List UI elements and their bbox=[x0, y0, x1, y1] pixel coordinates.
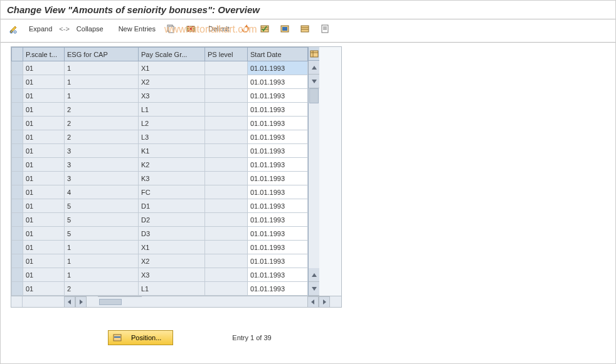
row-selector[interactable] bbox=[12, 144, 23, 158]
col-esg[interactable]: ESG for CAP bbox=[65, 48, 139, 61]
collapse-button[interactable]: Collapse bbox=[73, 22, 107, 36]
select-all-button[interactable] bbox=[257, 22, 273, 36]
cell-esg[interactable]: 2 bbox=[65, 117, 139, 130]
row-selector[interactable] bbox=[12, 254, 23, 268]
cell-start[interactable]: 01.01.1993 bbox=[248, 103, 308, 117]
row-selector[interactable] bbox=[12, 130, 23, 144]
row-selector[interactable] bbox=[12, 185, 23, 199]
cell-esg[interactable]: 5 bbox=[65, 199, 139, 213]
scroll-left-button-2[interactable] bbox=[307, 296, 319, 308]
row-selector[interactable] bbox=[12, 227, 23, 241]
cell-start[interactable]: 01.01.1993 bbox=[248, 268, 308, 282]
cell-start[interactable]: 01.01.1993 bbox=[248, 227, 308, 241]
cell-start[interactable]: 01.01.1993 bbox=[248, 185, 308, 199]
cell-psl[interactable] bbox=[205, 172, 248, 185]
cell-start[interactable]: 01.01.1993 bbox=[248, 75, 308, 89]
cell-psl[interactable] bbox=[205, 75, 248, 89]
cell-psg[interactable]: K1 bbox=[139, 144, 205, 158]
expand-button[interactable]: Expand bbox=[26, 22, 55, 36]
cell-esg[interactable]: 3 bbox=[65, 172, 139, 185]
cell-psl[interactable] bbox=[205, 227, 248, 241]
col-psl[interactable]: PS level bbox=[205, 48, 248, 61]
cell-psl[interactable] bbox=[205, 213, 248, 227]
row-selector[interactable] bbox=[12, 241, 23, 254]
row-selector[interactable] bbox=[12, 103, 23, 117]
col-pscale[interactable]: P.scale t... bbox=[23, 48, 65, 61]
cell-psl[interactable] bbox=[205, 254, 248, 268]
cell-esg[interactable]: 1 bbox=[65, 61, 139, 75]
cell-psl[interactable] bbox=[205, 268, 248, 282]
scroll-left-button-1[interactable] bbox=[64, 296, 75, 308]
cell-pscale[interactable]: 01 bbox=[23, 89, 65, 103]
cell-pscale[interactable]: 01 bbox=[23, 254, 65, 268]
cell-start[interactable]: 01.01.1993 bbox=[248, 144, 308, 158]
cell-psl[interactable] bbox=[205, 241, 248, 254]
cell-pscale[interactable]: 01 bbox=[23, 61, 65, 75]
scroll-up-button[interactable] bbox=[309, 61, 319, 75]
cell-psg[interactable]: L3 bbox=[139, 130, 205, 144]
cell-start[interactable]: 01.01.1993 bbox=[248, 130, 308, 144]
cell-esg[interactable]: 3 bbox=[65, 144, 139, 158]
cell-start[interactable]: 01.01.1993 bbox=[248, 241, 308, 254]
cell-pscale[interactable]: 01 bbox=[23, 268, 65, 282]
cell-pscale[interactable]: 01 bbox=[23, 213, 65, 227]
row-selector[interactable] bbox=[12, 117, 23, 130]
cell-start[interactable]: 01.01.1993 bbox=[248, 89, 308, 103]
cell-psg[interactable]: L2 bbox=[139, 117, 205, 130]
delimit-button[interactable]: Delimit bbox=[205, 22, 233, 36]
scroll-thumb-horizontal[interactable] bbox=[99, 299, 122, 305]
deselect-all-button[interactable] bbox=[297, 22, 313, 36]
cell-psl[interactable] bbox=[205, 117, 248, 130]
cell-start[interactable]: 01.01.1993 bbox=[248, 282, 308, 296]
cell-pscale[interactable]: 01 bbox=[23, 185, 65, 199]
cell-psl[interactable] bbox=[205, 130, 248, 144]
cell-start[interactable]: 01.01.1993 bbox=[248, 254, 308, 268]
cell-esg[interactable]: 3 bbox=[65, 158, 139, 172]
cell-psg[interactable]: X1 bbox=[139, 241, 205, 254]
col-psg[interactable]: Pay Scale Gr... bbox=[139, 48, 205, 61]
position-button[interactable]: Position... bbox=[108, 330, 173, 345]
cell-esg[interactable]: 2 bbox=[65, 130, 139, 144]
cell-pscale[interactable]: 01 bbox=[23, 241, 65, 254]
row-selector[interactable] bbox=[12, 172, 23, 185]
cell-psl[interactable] bbox=[205, 282, 248, 296]
cell-psg[interactable]: X1 bbox=[139, 61, 205, 75]
cell-start[interactable]: 01.01.1993 bbox=[248, 199, 308, 213]
cell-psl[interactable] bbox=[205, 89, 248, 103]
cell-psg[interactable]: FC bbox=[139, 185, 205, 199]
cell-psg[interactable]: X2 bbox=[139, 254, 205, 268]
cell-pscale[interactable]: 01 bbox=[23, 144, 65, 158]
cell-psl[interactable] bbox=[205, 185, 248, 199]
cell-esg[interactable]: 5 bbox=[65, 213, 139, 227]
cell-start[interactable]: 01.01.1993 bbox=[248, 213, 308, 227]
cell-start[interactable]: 01.01.1993 bbox=[248, 158, 308, 172]
cell-pscale[interactable]: 01 bbox=[23, 103, 65, 117]
cell-pscale[interactable]: 01 bbox=[23, 75, 65, 89]
scroll-up-button-bottom[interactable] bbox=[309, 268, 319, 282]
scroll-thumb-vertical[interactable] bbox=[309, 88, 319, 103]
scroll-right-button-1[interactable] bbox=[75, 296, 87, 308]
cell-start[interactable]: 01.01.1993 bbox=[248, 172, 308, 185]
cell-pscale[interactable]: 01 bbox=[23, 172, 65, 185]
cell-esg[interactable]: 5 bbox=[65, 227, 139, 241]
row-selector[interactable] bbox=[12, 158, 23, 172]
cell-pscale[interactable]: 01 bbox=[23, 199, 65, 213]
col-start[interactable]: Start Date bbox=[248, 48, 308, 61]
cell-psg[interactable]: L1 bbox=[139, 103, 205, 117]
cell-start[interactable]: 01.01.1993 bbox=[248, 117, 308, 130]
cell-start[interactable]: 01.01.1993 bbox=[248, 61, 308, 75]
row-selector[interactable] bbox=[12, 282, 23, 296]
cell-pscale[interactable]: 01 bbox=[23, 158, 65, 172]
cell-esg[interactable]: 1 bbox=[65, 89, 139, 103]
cell-psg[interactable]: L1 bbox=[139, 282, 205, 296]
row-selector[interactable] bbox=[12, 61, 23, 75]
cell-esg[interactable]: 1 bbox=[65, 268, 139, 282]
scroll-track-vertical[interactable] bbox=[309, 88, 319, 268]
cell-psg[interactable]: K2 bbox=[139, 158, 205, 172]
row-selector[interactable] bbox=[12, 213, 23, 227]
print-button[interactable] bbox=[317, 22, 333, 36]
scroll-track-horizontal[interactable] bbox=[98, 296, 142, 308]
row-selector[interactable] bbox=[12, 268, 23, 282]
cell-psg[interactable]: K3 bbox=[139, 172, 205, 185]
col-select[interactable] bbox=[12, 48, 23, 61]
